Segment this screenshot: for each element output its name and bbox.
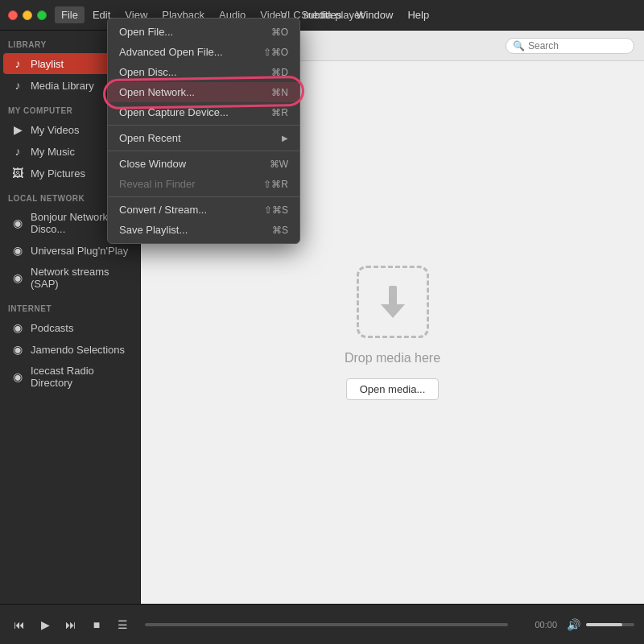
menu-convert-stream[interactable]: Convert / Stream... ⇧⌘S	[108, 200, 299, 220]
menu-close-window[interactable]: Close Window ⌘W	[108, 154, 299, 174]
menu-save-playlist[interactable]: Save Playlist... ⌘S	[108, 220, 299, 240]
open-capture-label: Open Capture Device...	[119, 106, 229, 118]
menu-open-network[interactable]: Open Network... ⌘N	[108, 82, 299, 102]
open-file-label: Open File...	[119, 26, 173, 38]
convert-stream-shortcut: ⇧⌘S	[264, 204, 288, 216]
open-disc-label: Open Disc...	[119, 66, 177, 78]
open-disc-shortcut: ⌘D	[271, 67, 288, 78]
advanced-open-label: Advanced Open File...	[119, 46, 223, 58]
save-playlist-label: Save Playlist...	[119, 224, 188, 236]
close-window-shortcut: ⌘W	[270, 159, 288, 170]
separator-1	[108, 125, 299, 126]
reveal-finder-shortcut: ⇧⌘R	[263, 179, 288, 190]
menu-advanced-open[interactable]: Advanced Open File... ⇧⌘O	[108, 42, 299, 62]
advanced-open-shortcut: ⇧⌘O	[263, 47, 288, 58]
menu-open-recent[interactable]: Open Recent	[108, 128, 299, 148]
open-capture-shortcut: ⌘R	[271, 107, 288, 118]
menu-reveal-finder[interactable]: Reveal in Finder ⇧⌘R	[108, 174, 299, 194]
separator-2	[108, 151, 299, 151]
menu-open-disc[interactable]: Open Disc... ⌘D	[108, 62, 299, 82]
separator-3	[108, 196, 299, 197]
open-network-label: Open Network...	[119, 86, 195, 98]
menu-open-capture[interactable]: Open Capture Device... ⌘R	[108, 102, 299, 122]
reveal-finder-label: Reveal in Finder	[119, 178, 196, 190]
convert-stream-label: Convert / Stream...	[119, 204, 207, 216]
file-dropdown-menu: Open File... ⌘O Advanced Open File... ⇧⌘…	[107, 18, 300, 244]
dropdown-overlay: Open File... ⌘O Advanced Open File... ⇧⌘…	[0, 0, 644, 644]
menu-open-file[interactable]: Open File... ⌘O	[108, 22, 299, 42]
open-network-shortcut: ⌘N	[271, 87, 288, 98]
open-recent-label: Open Recent	[119, 132, 181, 144]
save-playlist-shortcut: ⌘S	[272, 225, 288, 236]
close-window-label: Close Window	[119, 158, 186, 170]
open-file-shortcut: ⌘O	[271, 27, 288, 38]
